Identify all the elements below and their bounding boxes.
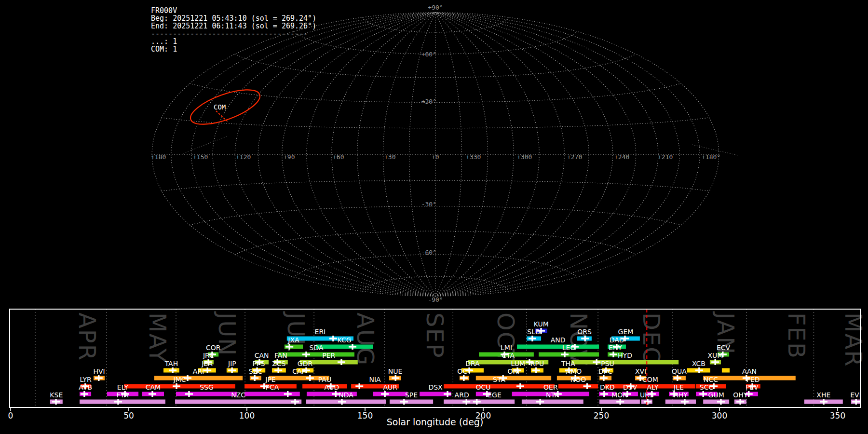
shower-label: XUM bbox=[707, 352, 723, 359]
shower-label: DKD bbox=[600, 383, 615, 391]
shower-label: AHY bbox=[674, 391, 688, 399]
shower-label: ARD bbox=[455, 391, 469, 399]
axis-tick-label: 0 bbox=[8, 411, 14, 420]
month-label: AUG bbox=[352, 312, 379, 366]
shower-label: DPC bbox=[598, 367, 612, 375]
shower-label: SPE bbox=[405, 391, 418, 399]
shower-label: JIP bbox=[228, 360, 236, 367]
shower-label: HYD bbox=[618, 352, 632, 359]
shower-label: ORI bbox=[508, 367, 520, 375]
shower-label: JRC bbox=[203, 352, 214, 359]
shower-label: DAD bbox=[610, 336, 624, 344]
shower-label: RPU bbox=[530, 360, 544, 367]
shower-label: GUM bbox=[708, 391, 724, 399]
shower-label: DRA bbox=[465, 360, 480, 367]
shower-bar bbox=[571, 360, 678, 365]
shower-label: NCC bbox=[704, 376, 718, 383]
shower-label: THA bbox=[561, 360, 575, 367]
shower-label: COR bbox=[206, 344, 221, 352]
month-label: MAR bbox=[840, 312, 867, 367]
shower-label: XCB bbox=[692, 360, 705, 367]
shower-label: AAN bbox=[742, 367, 757, 375]
shower-label: NZC bbox=[231, 391, 245, 399]
shower-label: JLE bbox=[673, 383, 684, 391]
meteor-activity-screen: FR000V Beg: 20251221 05:43:10 (sol = 269… bbox=[0, 0, 868, 434]
shower-label: JPE bbox=[265, 376, 275, 383]
activity-chart: APRMAYJUNJULAUGSEPOCTNOVDECJANFEBMARKUME… bbox=[0, 0, 868, 434]
shower-label: OCT bbox=[457, 367, 472, 375]
shower-label: ELY bbox=[117, 383, 129, 391]
shower-label: HVI bbox=[93, 367, 105, 375]
shower-label: ARI bbox=[193, 367, 204, 375]
shower-label: DSV bbox=[623, 383, 637, 391]
shower-label: FTA bbox=[117, 391, 129, 399]
shower-label: JMC bbox=[173, 376, 186, 383]
shower-label: AMO bbox=[566, 367, 582, 375]
shower-bar bbox=[517, 345, 599, 349]
shower-label: JEA bbox=[201, 360, 213, 367]
shower-label: SLD bbox=[527, 328, 540, 336]
shower-bar bbox=[175, 400, 301, 404]
shower-label: DSX bbox=[428, 383, 443, 391]
shower-label: CTA bbox=[502, 352, 515, 359]
shower-label: NTA bbox=[546, 391, 559, 399]
shower-label: LYR bbox=[80, 376, 91, 383]
shower-label: GEM bbox=[618, 328, 634, 336]
shower-label: SZC bbox=[249, 367, 262, 375]
shower-label: PSU bbox=[601, 360, 614, 367]
shower-label: OER bbox=[543, 383, 558, 391]
shower-bar bbox=[476, 376, 551, 380]
month-label: APR bbox=[74, 312, 101, 361]
shower-label: AND bbox=[551, 336, 566, 344]
shower-label: NUE bbox=[388, 367, 403, 375]
shower-label: CAM bbox=[146, 383, 161, 391]
x-axis-title: Solar longitude (deg) bbox=[387, 417, 484, 427]
shower-label: ZCS bbox=[272, 360, 285, 367]
shower-label: EHY bbox=[609, 344, 622, 352]
shower-label: LEO bbox=[562, 344, 576, 352]
axis-tick-label: 100 bbox=[239, 411, 255, 420]
shower-label: CAP bbox=[292, 367, 306, 375]
axis-tick-label: 50 bbox=[123, 411, 134, 420]
shower-label: KCG bbox=[338, 336, 352, 344]
shower-label: KUM bbox=[534, 320, 549, 328]
month-label: MAY bbox=[144, 312, 171, 364]
shower-label: AVB bbox=[79, 383, 92, 391]
shower-label: EGE bbox=[488, 391, 502, 399]
shower-label: QUA bbox=[672, 367, 687, 375]
month-label: FEB bbox=[783, 312, 810, 359]
shower-label: XVI bbox=[635, 367, 646, 375]
shower-label: SDA bbox=[310, 344, 324, 352]
shower-label: KSE bbox=[50, 391, 63, 399]
shower-label: EVI bbox=[850, 391, 861, 399]
shower-label: FAN bbox=[274, 352, 287, 359]
shower-label: PER bbox=[322, 352, 335, 359]
month-label: SEP bbox=[421, 312, 448, 359]
shower-label: ERI bbox=[315, 328, 326, 336]
shower-label: AUD bbox=[325, 383, 339, 391]
shower-label: OCU bbox=[475, 383, 490, 391]
shower-label: OHY bbox=[733, 391, 748, 399]
shower-bar bbox=[278, 353, 354, 357]
shower-label: XHE bbox=[816, 391, 830, 399]
axis-tick-label: 300 bbox=[712, 411, 727, 420]
shower-bar bbox=[154, 376, 243, 380]
shower-bar bbox=[444, 384, 555, 389]
shower-label: PCA bbox=[266, 383, 279, 391]
axis-tick-label: 150 bbox=[357, 411, 373, 420]
shower-label: JXA bbox=[287, 336, 299, 344]
shower-label: SCC bbox=[700, 383, 714, 391]
shower-label: ALY bbox=[647, 383, 659, 391]
shower-label: ORS bbox=[577, 328, 592, 336]
shower-bar bbox=[390, 400, 433, 404]
shower-label: CAN bbox=[255, 352, 269, 359]
shower-label: PPS bbox=[253, 360, 265, 367]
shower-label: FEV bbox=[746, 383, 759, 391]
shower-label: NOO bbox=[570, 376, 586, 383]
shower-bar bbox=[722, 368, 730, 373]
shower-bar bbox=[539, 353, 599, 357]
shower-label: STA bbox=[493, 376, 505, 383]
shower-label: PAU bbox=[318, 376, 331, 383]
shower-bar bbox=[665, 400, 696, 404]
shower-label: SSG bbox=[200, 383, 214, 391]
